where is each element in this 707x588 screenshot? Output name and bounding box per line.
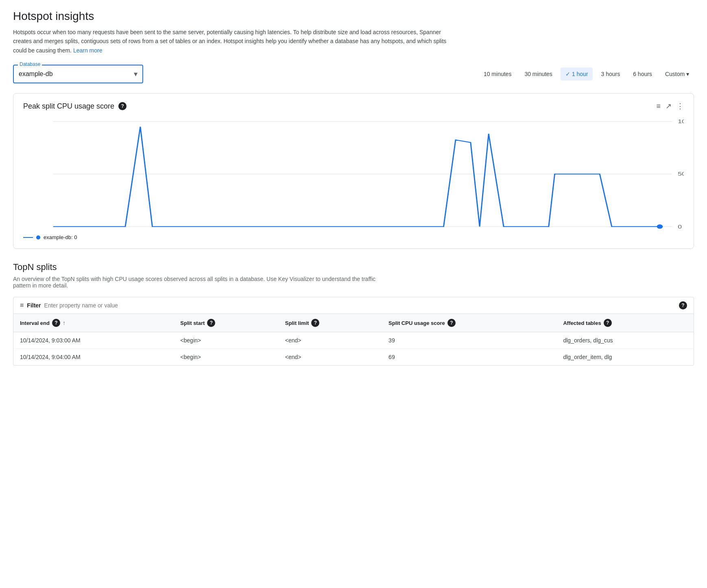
- cell-cpu-score-2: 69: [382, 349, 556, 366]
- more-options-icon[interactable]: ⋮: [676, 102, 684, 111]
- cell-cpu-score-1: 39: [382, 332, 556, 349]
- time-filter-10min[interactable]: 10 minutes: [479, 68, 516, 81]
- chart-legend: example-db: 0: [23, 234, 684, 240]
- filter-bar: ≡ Filter ?: [13, 297, 694, 314]
- database-selector[interactable]: example-db ▾: [19, 67, 137, 81]
- page-description: Hotspots occur when too many requests ha…: [13, 28, 460, 55]
- cell-interval-end-2: 10/14/2024, 9:04:00 AM: [13, 349, 174, 366]
- time-filter-30min[interactable]: 30 minutes: [519, 68, 557, 81]
- filter-icon: ≡: [20, 302, 24, 309]
- svg-text:100: 100: [678, 119, 684, 124]
- cell-split-start-1: <begin>: [174, 332, 278, 349]
- cell-affected-tables-1: dlg_orders, dlg_cus: [556, 332, 694, 349]
- svg-text:9:40 AM: 9:40 AM: [486, 230, 510, 231]
- time-filter-custom[interactable]: Custom ▾: [660, 68, 694, 81]
- chart-title-row: Peak split CPU usage score ?: [23, 102, 127, 111]
- table-header-row: Interval end ? ↑ Split start ? Spl: [13, 314, 694, 332]
- filter-help-icon[interactable]: ?: [679, 301, 687, 309]
- cell-affected-tables-2: dlg_order_item, dlg: [556, 349, 694, 366]
- col-cpu-score: Split CPU usage score ?: [382, 314, 556, 332]
- svg-text:9:50 AM: 9:50 AM: [588, 230, 612, 231]
- svg-text:9:30 AM: 9:30 AM: [384, 230, 408, 231]
- controls-row: Database example-db ▾ 10 minutes 30 minu…: [13, 65, 694, 83]
- learn-more-link[interactable]: Learn more: [73, 47, 103, 54]
- chart-help-icon[interactable]: ?: [118, 102, 127, 110]
- svg-text:9:15 AM: 9:15 AM: [230, 230, 255, 231]
- chart-type-icon[interactable]: ↗: [666, 102, 672, 111]
- chart-title: Peak split CPU usage score: [23, 102, 114, 111]
- svg-text:0: 0: [678, 224, 682, 229]
- affected-tables-help-icon[interactable]: ?: [604, 319, 612, 327]
- database-selector-label: Database: [18, 61, 42, 67]
- table-wrapper: Interval end ? ↑ Split start ? Spl: [13, 314, 694, 366]
- svg-text:9:20 AM: 9:20 AM: [281, 230, 306, 231]
- svg-text:50: 50: [678, 171, 684, 177]
- database-selector-value: example-db: [19, 70, 53, 78]
- svg-text:9:35 AM: 9:35 AM: [434, 230, 459, 231]
- chevron-down-icon: ▾: [134, 70, 137, 78]
- col-affected-tables: Affected tables ?: [556, 314, 694, 332]
- table-row: 10/14/2024, 9:04:00 AM <begin> <end> 69 …: [13, 349, 694, 366]
- topn-section: TopN splits An overview of the TopN spli…: [13, 262, 694, 366]
- sort-icon-interval-end[interactable]: ↑: [63, 320, 65, 326]
- cell-interval-end-1: 10/14/2024, 9:03:00 AM: [13, 332, 174, 349]
- legend-line: [23, 237, 33, 238]
- page-title: Hotspot insights: [13, 10, 694, 23]
- topn-description: An overview of the TopN splits with high…: [13, 276, 379, 289]
- svg-text:9:55 AM: 9:55 AM: [639, 230, 663, 231]
- svg-text:9:05 AM: 9:05 AM: [128, 230, 153, 231]
- filter-input[interactable]: [44, 302, 166, 309]
- svg-text:UTC-7: UTC-7: [44, 230, 63, 231]
- col-split-start: Split start ?: [174, 314, 278, 332]
- splits-table: Interval end ? ↑ Split start ? Spl: [13, 314, 694, 365]
- col-split-limit: Split limit ?: [279, 314, 382, 332]
- legend-toggle-icon[interactable]: ≡: [656, 102, 661, 111]
- chart-area: 100 50 0 UTC-7 9:00 AM 9:05 AM 9:10 AM 9…: [23, 117, 684, 231]
- chart-card: Peak split CPU usage score ? ≡ ↗ ⋮ 100 5…: [13, 93, 694, 249]
- split-limit-help-icon[interactable]: ?: [311, 319, 319, 327]
- table-header: Interval end ? ↑ Split start ? Spl: [13, 314, 694, 332]
- svg-point-19: [657, 224, 663, 229]
- cell-split-limit-2: <end>: [279, 349, 382, 366]
- legend-dot: [36, 235, 40, 240]
- chart-header: Peak split CPU usage score ? ≡ ↗ ⋮: [23, 102, 684, 111]
- table-body: 10/14/2024, 9:03:00 AM <begin> <end> 39 …: [13, 332, 694, 366]
- time-filter-1hour[interactable]: 1 hour: [561, 68, 593, 81]
- table-row: 10/14/2024, 9:03:00 AM <begin> <end> 39 …: [13, 332, 694, 349]
- col-interval-end: Interval end ? ↑: [13, 314, 174, 332]
- chart-actions: ≡ ↗ ⋮: [656, 102, 684, 111]
- time-filter-6hours[interactable]: 6 hours: [628, 68, 657, 81]
- cell-split-start-2: <begin>: [174, 349, 278, 366]
- topn-title: TopN splits: [13, 262, 694, 272]
- svg-text:9:45 AM: 9:45 AM: [537, 230, 561, 231]
- split-start-help-icon[interactable]: ?: [207, 319, 215, 327]
- time-filters: 10 minutes 30 minutes 1 hour 3 hours 6 h…: [479, 68, 694, 81]
- cpu-score-help-icon[interactable]: ?: [447, 319, 456, 327]
- database-selector-wrapper: Database example-db ▾: [13, 65, 143, 83]
- legend-label: example-db: 0: [44, 234, 77, 240]
- cell-split-limit-1: <end>: [279, 332, 382, 349]
- svg-text:9:10 AM: 9:10 AM: [179, 230, 204, 231]
- svg-text:9:25 AM: 9:25 AM: [332, 230, 357, 231]
- filter-label: Filter: [27, 302, 41, 309]
- chart-svg: 100 50 0 UTC-7 9:00 AM 9:05 AM 9:10 AM 9…: [23, 117, 684, 231]
- svg-text:9:00 AM: 9:00 AM: [77, 230, 102, 231]
- filter-left: ≡ Filter: [20, 302, 166, 309]
- time-filter-3hours[interactable]: 3 hours: [596, 68, 625, 81]
- interval-end-help-icon[interactable]: ?: [52, 319, 60, 327]
